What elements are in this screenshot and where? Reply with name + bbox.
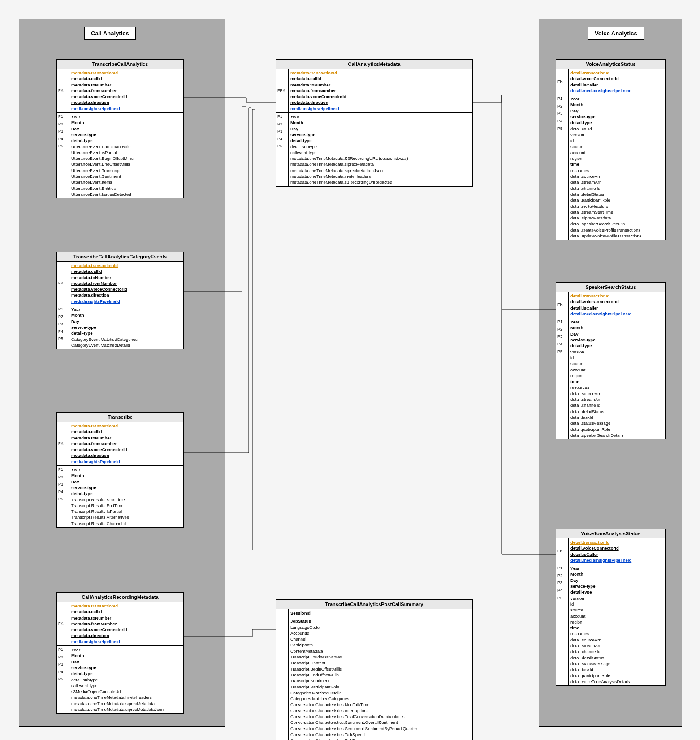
partition-key-P1: P1	[57, 305, 69, 313]
partition-field: service-type	[71, 324, 181, 330]
attr-field: detail.channelId	[570, 402, 664, 408]
partition-key-P3: P3	[556, 579, 568, 587]
fk-field-pipelineId: mediaInsightsPipelineId	[290, 106, 471, 112]
attr-field: metadata.oneTimeMetadata.siprecMetadataJ…	[71, 706, 181, 712]
partition-field: Year	[570, 319, 664, 325]
attr-field: source	[570, 361, 664, 366]
partition-key-P5: P5	[556, 594, 568, 602]
partition-key-P2: P2	[57, 654, 69, 661]
fk-field-voiceConnectorId: metadata.voiceConnectorId	[71, 447, 181, 452]
partition-key-P1: P1	[57, 113, 69, 120]
partition-field: detail-type	[570, 343, 664, 348]
entity-title: TranscribeCallAnalyticsPostCallSummary	[276, 600, 472, 609]
attr-field: source	[570, 144, 664, 150]
partition-key-P2: P2	[57, 120, 69, 128]
partition-key-P1: P1	[276, 113, 288, 120]
fk-section: FK metadata.transactionIdmetadata.callId…	[57, 69, 183, 113]
entity-title: Transcribe	[57, 413, 183, 422]
fk-field-direction: metadata.direction	[71, 99, 181, 105]
partition-key-P5: P5	[276, 142, 288, 150]
attr-field: detail.detailStatus	[570, 409, 664, 414]
attr-field: Transcript.BeginOffsetMillis	[290, 666, 471, 672]
fk-field-pipelineId: mediaInsightsPipelineId	[71, 639, 181, 645]
partition-field: service-type	[71, 485, 181, 490]
fk-field-voiceConnectorId: metadata.voiceConnectorId	[71, 94, 181, 99]
attr-field: detail.channelId	[570, 649, 664, 654]
fk-field-transactionId: metadata.transactionId	[71, 70, 181, 76]
attr-field: id	[570, 355, 664, 361]
fk-field-voiceConnectorId: detail.voiceConnectorId	[570, 299, 664, 305]
attr-field: detail.channelId	[570, 185, 664, 191]
entity-title: SpeakerSearchStatus	[556, 283, 665, 292]
attr-field: detail.participantRole	[570, 197, 664, 203]
attr-field: detail.participantRole	[570, 426, 664, 432]
entity-postcallsummary: TranscribeCallAnalyticsPostCallSummary –…	[276, 599, 473, 740]
attr-field: source	[570, 607, 664, 613]
attr-field: ConversationCharacteristics.TalkSpeed	[290, 731, 471, 737]
attr-field: time	[570, 625, 664, 631]
attr-field: detail.callId	[570, 126, 664, 132]
fk-field-voiceConnectorId: metadata.voiceConnectorId	[71, 627, 181, 632]
attr-field: callevent-type	[290, 150, 471, 155]
fk-field-direction: metadata.direction	[71, 292, 181, 298]
fk-field-fromNumber: metadata.fromNumber	[71, 621, 181, 627]
fk-field-pipelineId: detail.mediaInsightsPipelineId	[570, 311, 664, 317]
partition-field: Month	[71, 473, 181, 478]
attr-field: ContentMetadata	[290, 648, 471, 654]
attr-field: id	[570, 138, 664, 143]
fk-field-toNumber: metadata.toNumber	[290, 82, 471, 88]
partition-field: Year	[71, 467, 181, 473]
attr-field: detail.speakerSearchResults	[570, 221, 664, 227]
attr-field: region	[570, 155, 664, 161]
partition-key-P2: P2	[57, 473, 69, 481]
partition-key-P4: P4	[57, 135, 69, 143]
partition-key-P2: P2	[556, 103, 568, 110]
attr-field: UtteranceEvent.Transcript	[71, 168, 181, 173]
partition-field: Month	[71, 653, 181, 658]
attr-field: detail.speakerSearchDetails	[570, 432, 664, 438]
attr-field: Categories.MatchedCategories	[290, 696, 471, 701]
partition-field: Month	[290, 120, 471, 125]
attr-field: ConversationCharacteristics.TalkTime	[290, 737, 471, 740]
attr-field: version	[570, 349, 664, 355]
partition-field: Day	[71, 318, 181, 324]
attr-field: metadata.oneTimeMetadata.inviteHeaders	[290, 173, 471, 179]
fk-field-callId: metadata.callId	[71, 609, 181, 615]
fk-field-voiceConnectorId: metadata.voiceConnectorId	[71, 286, 181, 292]
fk-field-pipelineId: detail.mediaInsightsPipelineId	[570, 88, 664, 94]
attr-field: detail.statusMessage	[570, 661, 664, 667]
attr-field: resources	[570, 168, 664, 173]
fk-field-toNumber: metadata.toNumber	[71, 275, 181, 280]
fk-field-isCaller: detail.isCaller	[570, 305, 664, 311]
attr-field: detail.streamArn	[570, 643, 664, 649]
fk-field-voiceConnectorId: detail.voiceConnectorId	[570, 76, 664, 82]
partition-field: service-type	[570, 583, 664, 589]
attr-field: Transcript.Results.IsPartial	[71, 508, 181, 514]
attr-field: Participants	[290, 642, 471, 648]
attr-field: detail.updateVoiceProfileTransactions	[570, 233, 664, 239]
group-title-call-analytics: Call Analytics	[84, 27, 136, 40]
partition-field: detail-type	[71, 490, 181, 496]
partition-field: Day	[570, 108, 664, 114]
attr-field: detail.voiceToneAnalysisDetails	[570, 679, 664, 684]
partition-key-P4: P4	[556, 587, 568, 594]
attr-field: UtteranceEvent.EndOffsetMillis	[71, 161, 181, 167]
partition-key-P3: P3	[57, 320, 69, 328]
attr-field: s3MediaObjectConsoleUrl	[71, 688, 181, 694]
partition-key-P5: P5	[556, 348, 568, 356]
entity-carecordingmetadata: CallAnalyticsRecordingMetadata FKmetadat…	[56, 592, 184, 714]
attr-field: metadata.oneTimeMetadata.siprecMetadata	[290, 161, 471, 167]
entity-title: TranscribeCallAnalytics	[57, 60, 183, 69]
partition-section: P1P2P3P4P5 YearMonthDayservice-typedetai…	[57, 113, 183, 198]
fk-field-isCaller: detail.isCaller	[570, 82, 664, 88]
fk-field-transactionId: metadata.transactionId	[71, 262, 181, 268]
partition-key-P4: P4	[556, 340, 568, 348]
fk-field-voiceConnectorId: metadata.voiceConnectorId	[290, 94, 471, 99]
partition-key-P3: P3	[556, 333, 568, 340]
partition-field: detail-type	[570, 120, 664, 125]
partition-key-P4: P4	[276, 135, 288, 143]
partition-key-P4: P4	[556, 117, 568, 125]
attr-field: detail.streamStartTime	[570, 209, 664, 215]
partition-key-P2: P2	[556, 572, 568, 580]
attr-field: metadata.oneTimeMetadata.siprecMetadataJ…	[290, 168, 471, 173]
